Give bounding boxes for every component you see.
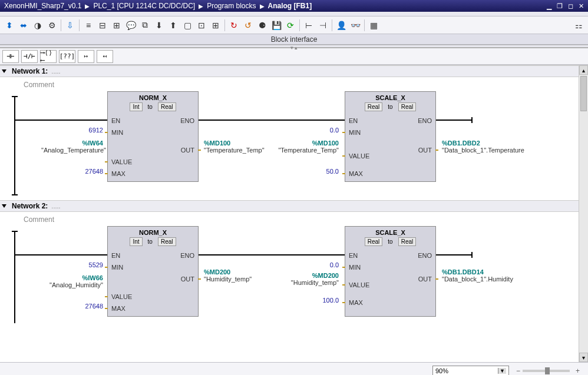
coil-icon[interactable]: ⟶⟨⟩⟵ [40, 50, 57, 63]
zoom-dropdown-icon[interactable]: ▼ [498, 368, 506, 374]
zoom-slider[interactable] [523, 370, 570, 372]
crumb-sep-icon: ▶ [85, 3, 90, 9]
box-icon[interactable]: ▢ [181, 19, 194, 32]
op-max[interactable]: 27648 [47, 168, 103, 175]
op-out[interactable]: %MD100"Temperature_Temp" [204, 140, 263, 154]
user-icon[interactable]: 👤 [335, 19, 348, 32]
type-real[interactable]: Real [158, 237, 176, 246]
crumb-folder[interactable]: Program blocks [207, 2, 256, 10]
go-online-icon[interactable]: ⬍ [3, 19, 16, 32]
open-contact-icon[interactable]: ⊣⊢ [2, 50, 19, 63]
zoom-bar: 90% ▼ − + [0, 362, 588, 375]
outdent-icon[interactable]: ⊞ [110, 19, 123, 32]
collapse-arrow-icon[interactable] [2, 69, 6, 73]
type-real[interactable]: Real [158, 102, 176, 111]
scroll-thumb[interactable] [580, 76, 587, 111]
pin-en: EN [111, 252, 120, 259]
goggles-icon[interactable]: 👓 [349, 19, 362, 32]
op-min[interactable]: 5529 [47, 261, 103, 268]
branch-close-icon[interactable]: ↤ [97, 50, 113, 63]
pin-min: MIN [349, 264, 361, 271]
maximize-icon[interactable]: ◻ [566, 2, 575, 10]
op-out[interactable]: %DB1.DBD14"Data_block_1".Humidity [442, 268, 507, 283]
op-max[interactable]: 50.0 [283, 168, 339, 175]
branch-open-icon[interactable]: ↦ [78, 50, 94, 63]
type-int[interactable]: Int [130, 102, 142, 111]
op-value[interactable]: %MD100"Temperature_Temp" [277, 140, 339, 154]
interface-sash-icon[interactable]: ▾ ▴ [290, 45, 298, 51]
list-icon[interactable]: ≡ [82, 19, 95, 32]
pin-max: MAX [111, 305, 125, 312]
crumb-sep-icon: ▶ [260, 3, 265, 9]
norm-x-block-2[interactable]: NORM_X Int to Real EN ENO MIN VALUE MAX … [107, 226, 199, 317]
type-int[interactable]: Int [130, 237, 142, 246]
editor-canvas[interactable]: Network 1: ..... Comment NORM_X Int to R… [0, 65, 588, 362]
op-value[interactable]: %IW64"Analog_Temperature" [41, 140, 103, 154]
network-1-comment[interactable]: Comment [0, 77, 588, 91]
sync-icon[interactable]: ⟳ [284, 19, 297, 32]
zoom-in-icon[interactable]: + [576, 367, 580, 375]
closed-contact-icon[interactable]: ⊣/⊢ [21, 50, 38, 63]
op-min[interactable]: 6912 [47, 127, 103, 134]
block-interface-header[interactable]: Block interface [0, 34, 588, 45]
comment-toggle-icon[interactable]: 💬 [124, 19, 137, 32]
pin-eno: ENO [180, 117, 194, 124]
upload-icon[interactable]: ⬆ [167, 19, 180, 32]
redo-stop-icon[interactable]: ↻ [227, 19, 240, 32]
options-icon[interactable]: ⚏ [572, 19, 585, 32]
compare-icon[interactable]: ⧉ [138, 19, 151, 32]
op-max[interactable]: 100.0 [283, 297, 339, 304]
collapse-icon[interactable]: ⊡ [195, 19, 208, 32]
crumb-block[interactable]: Analog [FB1] [268, 2, 312, 10]
go-offline-icon[interactable]: ⬌ [17, 19, 30, 32]
download-icon[interactable]: ⇩ [64, 19, 77, 32]
overview-icon[interactable]: ▦ [367, 19, 380, 32]
crumb-project[interactable]: XenonHMI_Sharp7_v0.1 [4, 2, 81, 10]
op-value[interactable]: %IW66"Analog_Humidity" [41, 274, 103, 288]
indent-icon[interactable]: ⊟ [96, 19, 109, 32]
network-icon[interactable]: ⚈ [256, 19, 269, 32]
div2-icon[interactable]: ⊣ [316, 19, 329, 32]
pin-en: EN [349, 117, 358, 124]
monitor-icon[interactable]: ◑ [31, 19, 44, 32]
editor-vertical-scrollbar[interactable]: ▴ ▾ [579, 65, 588, 362]
network-2-comment[interactable]: Comment [0, 212, 588, 226]
type-real[interactable]: Real [365, 237, 383, 246]
crumb-plc[interactable]: PLC_1 [CPU 1214C DC/DC/DC] [93, 2, 195, 10]
scale-x-block[interactable]: SCALE_X Real to Real EN ENO MIN VALUE MA… [345, 91, 436, 182]
box-q-icon[interactable]: [??] [59, 50, 75, 63]
zoom-select[interactable]: 90% ▼ [432, 366, 509, 376]
scale-x-block-2[interactable]: SCALE_X Real to Real EN ENO MIN VALUE MA… [345, 226, 436, 317]
network-1-header[interactable]: Network 1: ..... [0, 65, 588, 77]
network-2-header[interactable]: Network 2: ..... [0, 200, 588, 212]
download2-icon[interactable]: ⬇ [153, 19, 166, 32]
op-out[interactable]: %MD200"Humidity_temp" [204, 268, 269, 283]
scroll-up-icon[interactable]: ▴ [579, 65, 588, 75]
op-max[interactable]: 27648 [47, 303, 103, 310]
close-icon[interactable]: ✕ [576, 2, 586, 10]
undo-icon[interactable]: ↺ [242, 19, 255, 32]
type-real[interactable]: Real [398, 237, 417, 246]
collapse-arrow-icon[interactable] [2, 204, 6, 208]
div1-icon[interactable]: ⊢ [302, 19, 315, 32]
main-toolbar: ⬍ ⬌ ◑ ⚙ ⇩ ≡ ⊟ ⊞ 💬 ⧉ ⬇ ⬆ ▢ ⊡ ⊞ ↻ ↺ ⚈ 💾 ⟳ … [0, 16, 588, 34]
network-1-canvas[interactable]: NORM_X Int to Real EN ENO MIN VALUE MAX … [12, 91, 576, 200]
zoom-slider-knob[interactable] [545, 367, 550, 374]
minimize-icon[interactable]: ▁ [544, 2, 554, 10]
restore-icon[interactable]: ❐ [555, 2, 564, 10]
op-min[interactable]: 0.0 [283, 261, 339, 268]
save-icon[interactable]: 💾 [270, 19, 283, 32]
zoom-value: 90% [435, 367, 448, 374]
scroll-down-icon[interactable]: ▾ [579, 353, 588, 362]
zoom-out-icon[interactable]: − [516, 367, 520, 375]
op-value[interactable]: %MD200"Humidity_temp" [277, 272, 339, 286]
compile-icon[interactable]: ⚙ [45, 19, 58, 32]
type-real[interactable]: Real [398, 102, 417, 111]
expand-icon[interactable]: ⊞ [209, 19, 222, 32]
norm-x-block[interactable]: NORM_X Int to Real EN ENO MIN VALUE MAX … [107, 91, 199, 182]
type-real[interactable]: Real [365, 102, 383, 111]
pin-eno: ENO [418, 252, 432, 259]
op-min[interactable]: 0.0 [283, 127, 339, 134]
network-2-canvas[interactable]: NORM_X Int to Real EN ENO MIN VALUE MAX … [12, 226, 576, 323]
op-out[interactable]: %DB1.DBD2"Data_block_1".Temperature [442, 140, 507, 154]
